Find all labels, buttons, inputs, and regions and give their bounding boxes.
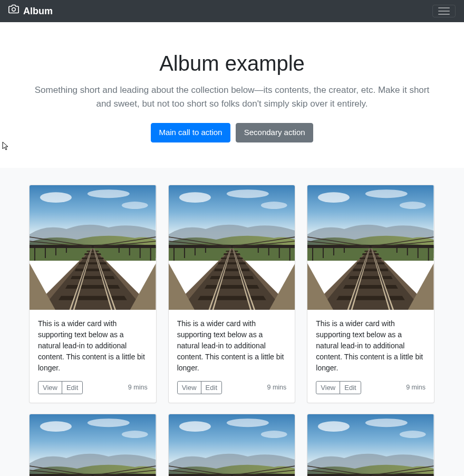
card-row: This is a wider card with supporting tex…	[29, 185, 435, 477]
card: This is a wider card with supporting tex…	[307, 185, 434, 403]
edit-button[interactable]: Edit	[340, 381, 361, 394]
view-button[interactable]: View	[38, 381, 62, 394]
card-timestamp: 9 mins	[267, 383, 286, 393]
card-timestamp: 9 mins	[128, 383, 148, 393]
primary-cta-button[interactable]: Main call to action	[151, 123, 230, 142]
card-thumbnail	[307, 414, 434, 476]
edit-button[interactable]: Edit	[201, 381, 222, 394]
hero-lead: Something short and leading about the co…	[32, 83, 432, 110]
card: This is a wider card with supporting tex…	[307, 414, 434, 476]
card-thumbnail	[307, 185, 434, 310]
card: This is a wider card with supporting tex…	[168, 414, 296, 476]
page-title: Album example	[13, 47, 451, 79]
navbar-brand[interactable]: Album	[8, 4, 53, 18]
album-grid-section: This is a wider card with supporting tex…	[0, 168, 464, 477]
hero-section: Album example Something short and leadin…	[0, 22, 464, 168]
camera-icon	[8, 4, 19, 18]
navbar-toggle-button[interactable]	[432, 5, 456, 17]
card-timestamp: 9 mins	[406, 383, 426, 393]
card-text: This is a wider card with supporting tex…	[316, 318, 426, 374]
card: This is a wider card with supporting tex…	[29, 185, 157, 403]
card-thumbnail	[169, 185, 295, 310]
card-text: This is a wider card with supporting tex…	[177, 318, 287, 374]
hamburger-icon	[438, 7, 450, 15]
navbar-brand-text: Album	[23, 4, 53, 18]
card: This is a wider card with supporting tex…	[29, 414, 157, 476]
secondary-cta-button[interactable]: Secondary action	[236, 123, 313, 142]
card-text: This is a wider card with supporting tex…	[38, 318, 148, 374]
view-button[interactable]: View	[316, 381, 340, 394]
navbar: Album	[0, 0, 464, 22]
card-thumbnail	[30, 185, 156, 310]
svg-point-17	[12, 8, 16, 12]
edit-button[interactable]: Edit	[62, 381, 83, 394]
card-thumbnail	[30, 414, 156, 476]
view-button[interactable]: View	[177, 381, 201, 394]
card: This is a wider card with supporting tex…	[168, 185, 296, 403]
card-thumbnail	[169, 414, 295, 476]
